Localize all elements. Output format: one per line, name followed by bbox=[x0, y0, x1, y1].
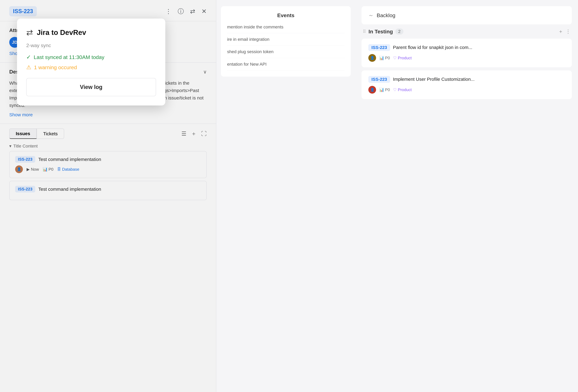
check-icon: ✓ bbox=[26, 54, 31, 60]
kanban-avatar-0: 👤 bbox=[368, 54, 376, 62]
right-panel: ～ Backlog ⠿ In Testing 2 ＋ ⋮ ISS-223 Par… bbox=[355, 0, 578, 392]
backlog-card[interactable]: ～ Backlog bbox=[362, 6, 572, 24]
popup-title: Jira to DevRev bbox=[37, 28, 86, 37]
heart-icon-0: ♡ bbox=[393, 56, 397, 60]
popup-status-row: ✓ Last synced at 11:30AM today ⚠ 1 warni… bbox=[26, 54, 156, 71]
in-testing-section: ⠿ In Testing 2 ＋ ⋮ ISS-223 Parent flow i… bbox=[362, 28, 572, 99]
drag-handle-icon: ⠿ bbox=[363, 29, 366, 34]
jira-sync-icon: ⇄ bbox=[26, 28, 33, 37]
kanban-badge-0: ISS-223 bbox=[368, 44, 390, 51]
popup-header: ⇄ Jira to DevRev bbox=[26, 28, 156, 37]
kanban-meta-0: 👤 📊 P0 ♡ Product bbox=[368, 54, 565, 62]
kanban-badge-1: ISS-223 bbox=[368, 76, 390, 83]
in-testing-header: ⠿ In Testing 2 ＋ ⋮ bbox=[362, 28, 572, 35]
last-synced-text: Last synced at 11:30AM today bbox=[34, 54, 104, 60]
middle-panel: Events mention inside the comments ire i… bbox=[216, 0, 355, 392]
kanban-priority-1: 📊 P0 bbox=[379, 87, 390, 92]
popup-subtitle: 2-way sync bbox=[26, 43, 156, 48]
event-item-2: shed plug session token bbox=[227, 45, 344, 58]
sync-success-status: ✓ Last synced at 11:30AM today bbox=[26, 54, 156, 60]
kanban-avatar-inner-0: 👤 bbox=[368, 54, 376, 62]
event-item-0: mention inside the comments bbox=[227, 21, 344, 33]
kanban-meta-1: 👤 📊 P0 ♡ Product bbox=[368, 86, 565, 94]
kanban-priority-0: 📊 P0 bbox=[379, 56, 390, 60]
sync-warning-status: ⚠ 1 warning occured bbox=[26, 64, 156, 71]
view-log-button[interactable]: View log bbox=[26, 78, 156, 96]
in-testing-title: In Testing bbox=[369, 29, 393, 35]
bar-icon-1: 📊 bbox=[379, 87, 384, 92]
warning-icon: ⚠ bbox=[26, 64, 31, 71]
warning-text: 1 warning occured bbox=[34, 64, 77, 70]
kanban-card-1[interactable]: ISS-223 Implement User Profile Customiza… bbox=[362, 70, 572, 99]
in-testing-count: 2 bbox=[395, 28, 403, 35]
section-more-icon[interactable]: ⋮ bbox=[566, 29, 571, 35]
in-testing-actions: ＋ ⋮ bbox=[558, 28, 571, 35]
kanban-card-1-header: ISS-223 Implement User Profile Customiza… bbox=[368, 76, 565, 83]
kanban-tag-1[interactable]: ♡ Product bbox=[393, 87, 412, 92]
kanban-card-0[interactable]: ISS-223 Parent flow id for snapkit json … bbox=[362, 39, 572, 67]
kanban-avatar-1: 👤 bbox=[368, 86, 376, 94]
backlog-icon: ～ bbox=[368, 12, 374, 19]
event-item-3: entation for New API bbox=[227, 58, 344, 70]
kanban-tag-0[interactable]: ♡ Product bbox=[393, 56, 412, 60]
add-to-section-icon[interactable]: ＋ bbox=[558, 28, 563, 35]
jira-sync-popup: ⇄ Jira to DevRev 2-way sync ✓ Last synce… bbox=[17, 19, 165, 105]
event-item-1: ire in email integration bbox=[227, 33, 344, 45]
left-panel: ISS-223 ⋮ ⓘ ⇄ ✕ Attributes JD ▶ ⚑ 18 Sho… bbox=[0, 0, 216, 392]
kanban-title-0: Parent flow id for snapkit json in com..… bbox=[393, 44, 472, 51]
kanban-title-1: Implement User Profile Customization... bbox=[393, 76, 475, 83]
bar-icon-0: 📊 bbox=[379, 56, 384, 60]
kanban-card-0-header: ISS-223 Parent flow id for snapkit json … bbox=[368, 44, 565, 51]
kanban-avatar-inner-1: 👤 bbox=[368, 86, 376, 94]
backlog-text: Backlog bbox=[377, 12, 395, 18]
events-card: Events mention inside the comments ire i… bbox=[221, 6, 351, 77]
events-title: Events bbox=[227, 12, 344, 18]
heart-icon-1: ♡ bbox=[393, 87, 397, 92]
